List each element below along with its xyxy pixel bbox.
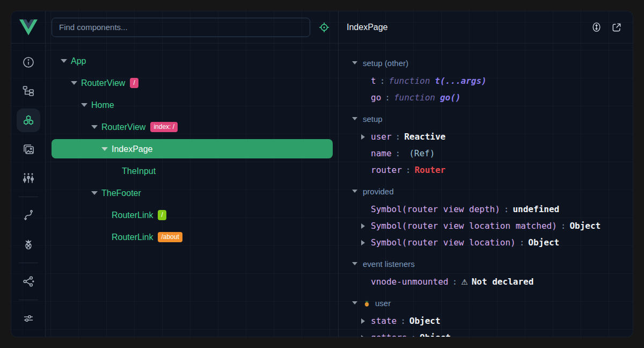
prop-value: Object <box>409 316 441 326</box>
graph-icon[interactable] <box>17 270 40 293</box>
collapse-arrow-icon[interactable] <box>352 301 357 305</box>
tree-node-label: RouterLink <box>112 211 153 220</box>
prop-row-vnode-unmounted: vnode-unmounted : ⚠ Not declared <box>339 273 633 290</box>
section-pinia-user[interactable]: user <box>339 293 633 313</box>
pinia-icon[interactable] <box>17 233 40 256</box>
vue-logo <box>11 11 45 44</box>
prop-row-symbol-location-matched[interactable]: Symbol(router view location matched) : O… <box>339 218 633 234</box>
timeline-icon[interactable] <box>17 166 40 190</box>
prop-value: Object <box>569 221 601 231</box>
collapse-arrow-icon[interactable] <box>352 117 357 120</box>
tree-node-indexpage-selected[interactable]: IndexPage <box>46 138 338 160</box>
tree-node-routerview[interactable]: RouterView / <box>46 72 338 94</box>
expand-arrow-icon[interactable] <box>361 223 365 229</box>
prop-value: Router <box>414 165 445 175</box>
expand-arrow-icon[interactable] <box>361 318 365 324</box>
tree-node-routerlink-root[interactable]: RouterLink / <box>46 204 338 226</box>
section-label: setup (other) <box>363 59 408 68</box>
sidebar <box>11 11 46 337</box>
prop-key: state <box>371 316 397 326</box>
route-badge: / <box>130 78 138 88</box>
prop-key: Symbol(router view location matched) <box>371 221 557 231</box>
expander[interactable] <box>361 223 371 229</box>
component-tree: App RouterView / Home RouterView index: … <box>46 44 338 337</box>
colon: : <box>452 277 458 287</box>
tree-node-routerlink-about[interactable]: RouterLink /about <box>46 226 338 248</box>
collapse-arrow-icon[interactable] <box>352 61 357 64</box>
warning-icon: ⚠ <box>461 278 468 286</box>
info-icon[interactable] <box>17 50 40 74</box>
expand-arrow-icon[interactable] <box>361 335 365 337</box>
prop-row-symbol-location[interactable]: Symbol(router view location) : Object <box>339 234 633 251</box>
prop-key: go <box>371 92 381 103</box>
collapse-arrow-icon[interactable] <box>81 103 87 107</box>
tree-node-routerview-index[interactable]: RouterView index: / <box>46 116 338 138</box>
assets-icon[interactable] <box>17 137 40 161</box>
colon: : <box>385 92 390 103</box>
router-icon[interactable] <box>17 204 40 227</box>
sidebar-nav <box>11 44 45 337</box>
section-label: setup <box>363 114 383 124</box>
section-label: event listeners <box>363 259 415 269</box>
prop-key: t <box>371 76 376 86</box>
tree-node-theinput[interactable]: TheInput <box>46 160 338 182</box>
prop-row-t: t : function t(...args) <box>339 73 633 89</box>
collapse-arrow-icon[interactable] <box>101 147 108 151</box>
prop-value: undefined <box>513 204 559 214</box>
sidebar-divider <box>19 263 38 263</box>
colon: : <box>561 221 566 231</box>
collapse-arrow-icon[interactable] <box>71 81 77 85</box>
settings-icon[interactable] <box>17 307 40 330</box>
route-badge: / <box>158 210 166 220</box>
sidebar-divider <box>19 300 38 300</box>
components-panel: App RouterView / Home RouterView index: … <box>46 11 339 337</box>
sidebar-divider <box>19 197 38 197</box>
expander[interactable] <box>361 318 371 324</box>
expand-arrow-icon[interactable] <box>361 134 365 140</box>
prop-value: Reactive <box>404 132 445 142</box>
collapse-arrow-icon[interactable] <box>91 125 98 129</box>
section-label: provided <box>363 187 394 196</box>
tree-node-thefooter[interactable]: TheFooter <box>46 182 338 204</box>
pinia-store-icon <box>363 299 371 307</box>
section-setup[interactable]: setup <box>339 109 633 128</box>
prop-row-user[interactable]: user : Reactive <box>339 128 633 145</box>
search-input[interactable] <box>52 18 310 37</box>
collapse-arrow-icon[interactable] <box>352 262 357 265</box>
collapse-arrow-icon[interactable] <box>91 191 98 195</box>
expander[interactable] <box>361 134 371 140</box>
prop-row-state[interactable]: state : Object <box>339 313 633 329</box>
colon: : <box>396 132 401 142</box>
route-badge: /about <box>158 232 182 242</box>
prop-key: Symbol(router view location) <box>371 237 516 248</box>
colon: : <box>406 165 411 175</box>
function-keyword: function <box>389 76 430 86</box>
open-in-editor-icon[interactable] <box>611 21 623 33</box>
select-component-in-page-icon[interactable] <box>318 21 331 34</box>
scroll-to-component-icon[interactable] <box>590 21 602 33</box>
prop-key: name <box>371 148 392 158</box>
expander[interactable] <box>361 335 371 337</box>
section-provided[interactable]: provided <box>339 182 633 201</box>
prop-row-getters[interactable]: getters : Object <box>339 329 633 337</box>
prop-key: user <box>371 132 392 142</box>
section-event-listeners[interactable]: event listeners <box>339 254 633 273</box>
components-hexagons-icon[interactable] <box>17 108 40 132</box>
section-setup-other[interactable]: setup (other) <box>339 53 633 73</box>
tree-node-app[interactable]: App <box>46 50 338 72</box>
colon: : <box>396 148 401 158</box>
component-tree-icon[interactable] <box>17 79 40 103</box>
prop-value: Not declared <box>472 277 534 287</box>
function-signature: t(...args) <box>435 76 486 86</box>
state-inspector-panel: IndexPage setup (other) <box>339 11 633 337</box>
function-signature: go() <box>440 92 461 103</box>
function-keyword: function <box>394 92 435 103</box>
collapse-arrow-icon[interactable] <box>61 59 67 63</box>
collapse-arrow-icon[interactable] <box>352 190 357 193</box>
selected-component-title: IndexPage <box>347 23 582 32</box>
tree-node-home[interactable]: Home <box>46 94 338 116</box>
expand-arrow-icon[interactable] <box>361 240 365 245</box>
expander[interactable] <box>361 240 371 245</box>
prop-value: (Ref) <box>409 148 435 158</box>
colon: : <box>504 204 509 214</box>
